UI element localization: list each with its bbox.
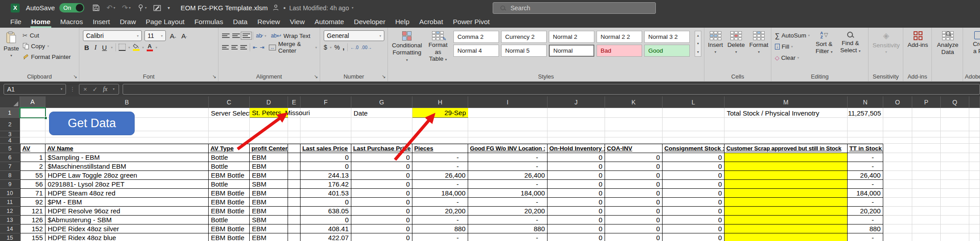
grid-cell[interactable]	[848, 131, 883, 137]
row-header-7[interactable]: 7	[0, 162, 20, 171]
cell-I5[interactable]: Good FG W/o INV Location :	[468, 144, 548, 153]
grid-cell[interactable]	[969, 224, 980, 233]
cell-A7[interactable]: 2	[20, 162, 45, 171]
menu-tab-page-layout[interactable]: Page Layout	[141, 16, 189, 28]
cell-A15[interactable]: 155	[20, 233, 45, 241]
col-header-Q[interactable]: Q	[941, 96, 969, 108]
grid-cell[interactable]	[912, 233, 941, 241]
grid-cell[interactable]	[941, 137, 969, 144]
cell-F7[interactable]: 0	[301, 162, 351, 171]
font-color-chevron-icon[interactable]: ▾	[156, 46, 157, 50]
cell-M13[interactable]	[725, 216, 848, 224]
grid-cell[interactable]	[912, 137, 941, 144]
cell-G9[interactable]: 0	[351, 180, 412, 189]
cell-D14[interactable]: EBM	[250, 224, 288, 233]
cell-B13[interactable]: $Abmusterung - SBM	[45, 216, 209, 224]
italic-button[interactable]: I	[93, 44, 98, 51]
cell-D15[interactable]: EBM	[250, 233, 288, 241]
cell-C7[interactable]: Bottle	[209, 162, 250, 171]
cell-B15[interactable]: HDPE Ridex 48oz blue	[45, 233, 209, 241]
cell-G10[interactable]: 0	[351, 189, 412, 198]
cell-M11[interactable]	[725, 198, 848, 207]
redo-icon[interactable]: ↷▾	[122, 4, 130, 12]
menu-tab-automate[interactable]: Automate	[309, 16, 349, 28]
menu-tab-data[interactable]: Data	[228, 16, 252, 28]
grid-cell[interactable]	[912, 118, 941, 131]
col-header-E[interactable]: E	[288, 96, 301, 108]
cell-B12[interactable]: HDPE Resolve 96oz red	[45, 207, 209, 216]
borders-chevron-icon[interactable]: ▾	[128, 46, 130, 50]
row-header-12[interactable]: 12	[0, 207, 20, 216]
grid-cell[interactable]	[209, 118, 250, 131]
grid-cell[interactable]	[912, 216, 941, 224]
grid-cell[interactable]	[883, 189, 912, 198]
cell-B11[interactable]: $PM - EBM	[45, 198, 209, 207]
grid-cell[interactable]	[468, 108, 548, 118]
grid-cell[interactable]	[725, 137, 848, 144]
grid-cell[interactable]	[351, 131, 412, 137]
font-color-button[interactable]: A	[147, 43, 153, 51]
draw-mode-icon[interactable]	[153, 4, 161, 11]
cell-L9[interactable]: 0	[663, 180, 725, 189]
grid-cell[interactable]	[605, 137, 663, 144]
grid-cell[interactable]	[45, 137, 209, 144]
cell-E13[interactable]	[288, 216, 301, 224]
col-header-G[interactable]: G	[351, 96, 412, 108]
grid-cell[interactable]	[969, 162, 980, 171]
grid-cell[interactable]	[912, 198, 941, 207]
cell-E10[interactable]	[288, 189, 301, 198]
grid-cell[interactable]	[883, 198, 912, 207]
cell-C9[interactable]: Bottle	[209, 180, 250, 189]
cell-F14[interactable]: 408.41	[301, 224, 351, 233]
format-painter-button[interactable]: Format Painter	[23, 51, 71, 62]
grid-cell[interactable]	[468, 137, 548, 144]
grid-cell[interactable]	[941, 162, 969, 171]
grid-cell[interactable]	[969, 180, 980, 189]
cell-B9[interactable]: 0291881- Lysol 28oz PET	[45, 180, 209, 189]
cell-F11[interactable]: 0	[301, 198, 351, 207]
grid-cell[interactable]	[912, 153, 941, 162]
cell-E11[interactable]	[288, 198, 301, 207]
col-header-D[interactable]: D	[250, 96, 288, 108]
grid-cell[interactable]	[883, 137, 912, 144]
cell-I9[interactable]: -	[468, 180, 548, 189]
merge-center-button[interactable]: ↔Merge & Center▾	[269, 42, 317, 53]
last-modified-label[interactable]: Last Modified: 4h ago	[289, 4, 349, 12]
row-header-5[interactable]: 5	[0, 144, 20, 153]
grid-cell[interactable]	[941, 189, 969, 198]
grid-cell[interactable]	[883, 224, 912, 233]
style-chip-bad[interactable]: Bad	[597, 45, 642, 57]
grid-cell[interactable]	[969, 137, 980, 144]
cell-I7[interactable]: -	[468, 162, 548, 171]
wrap-text-button[interactable]: ab↩Wrap Text	[271, 30, 310, 41]
style-chip-normal-5[interactable]: Normal 5	[501, 45, 547, 57]
cell-H11[interactable]: -	[412, 198, 468, 207]
cell-D5[interactable]: profit Center	[250, 144, 288, 153]
cell-J14[interactable]: 0	[548, 224, 605, 233]
cell-C6[interactable]: Bottle	[209, 153, 250, 162]
cell-H7[interactable]: -	[412, 162, 468, 171]
align-bottom-icon[interactable]	[243, 33, 250, 38]
grid-cell[interactable]	[883, 171, 912, 180]
comma-style-button[interactable]: ,	[342, 43, 344, 51]
cell-G12[interactable]: 0	[351, 207, 412, 216]
cell-K7[interactable]: 0	[605, 162, 663, 171]
align-left-icon[interactable]	[222, 45, 229, 50]
decrease-indent-icon[interactable]: ⇤	[253, 44, 257, 50]
col-header-F[interactable]: F	[301, 96, 351, 108]
excel-app-icon[interactable]: X	[11, 4, 20, 12]
cell-B6[interactable]: $Sampling - EBM	[45, 153, 209, 162]
grid-cell[interactable]	[883, 180, 912, 189]
format-as-table-button[interactable]: ✎ Format asTable ▾	[425, 30, 451, 71]
cell-D13[interactable]: SBM	[250, 216, 288, 224]
cell-K9[interactable]: 0	[605, 180, 663, 189]
grid-cell[interactable]	[941, 108, 969, 118]
cell-I13[interactable]: -	[468, 216, 548, 224]
style-gallery-scroll[interactable]: ▴▾▾	[695, 31, 701, 57]
grid-cell[interactable]	[941, 216, 969, 224]
cell-A12[interactable]: 121	[20, 207, 45, 216]
font-name-select[interactable]: Calibri▾	[83, 30, 142, 41]
underline-chevron-icon[interactable]: ▾	[111, 46, 113, 50]
grid-cell[interactable]	[883, 207, 912, 216]
name-box[interactable]: A1 ▾	[4, 84, 66, 95]
